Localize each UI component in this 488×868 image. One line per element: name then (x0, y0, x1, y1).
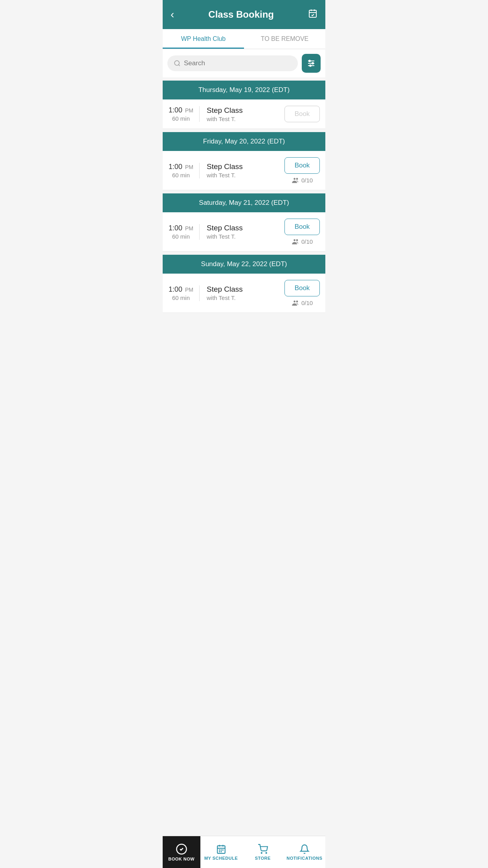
capacity-indicator: 0/10 (292, 177, 313, 184)
book-section: Book 0/10 (284, 219, 320, 245)
tab-wp-health-club[interactable]: WP Health Club (163, 29, 244, 49)
time-block: 1:00 PM 60 min (168, 106, 200, 122)
date-header-friday: Friday, May 20, 2022 (EDT) (163, 132, 325, 151)
people-icon (292, 300, 299, 306)
class-row: 1:00 PM 60 min Step Class with Test T. B… (163, 151, 325, 190)
search-input[interactable] (184, 59, 292, 67)
svg-line-5 (178, 64, 180, 66)
page-title: Class Booking (208, 9, 274, 20)
book-button-thursday[interactable]: Book (284, 106, 320, 122)
back-button[interactable]: ‹ (171, 9, 174, 20)
svg-point-9 (309, 60, 310, 62)
svg-point-15 (296, 239, 298, 241)
date-header-thursday: Thursday, May 19, 2022 (EDT) (163, 81, 325, 99)
class-info: Step Class with Test T. (204, 162, 280, 178)
capacity-indicator: 0/10 (292, 238, 313, 245)
svg-point-12 (294, 178, 295, 180)
class-row: 1:00 PM 60 min Step Class with Test T. B… (163, 212, 325, 252)
svg-point-4 (174, 61, 179, 65)
date-header-saturday: Saturday, May 21, 2022 (EDT) (163, 193, 325, 212)
class-info: Step Class with Test T. (204, 106, 280, 122)
class-info: Step Class with Test T. (204, 224, 280, 240)
book-button-friday[interactable]: Book (284, 157, 320, 174)
search-input-wrapper[interactable] (167, 55, 298, 71)
calendar-check-icon[interactable] (308, 9, 317, 20)
svg-point-10 (312, 63, 314, 64)
people-icon (292, 177, 299, 184)
svg-point-14 (294, 239, 295, 241)
search-bar (163, 49, 325, 77)
svg-point-16 (294, 300, 295, 302)
svg-point-11 (310, 65, 311, 66)
filter-icon (306, 59, 316, 68)
class-info: Step Class with Test T. (204, 285, 280, 301)
time-block: 1:00 PM 60 min (168, 224, 200, 240)
date-header-sunday: Sunday, May 22, 2022 (EDT) (163, 255, 325, 274)
book-button-saturday[interactable]: Book (284, 219, 320, 235)
class-row: 1:00 PM 60 min Step Class with Test T. B… (163, 99, 325, 129)
time-block: 1:00 PM 60 min (168, 163, 200, 178)
capacity-indicator: 0/10 (292, 300, 313, 306)
people-icon (292, 239, 299, 245)
search-icon (174, 60, 181, 67)
schedule-content: Thursday, May 19, 2022 (EDT) 1:00 PM 60 … (163, 81, 325, 348)
book-section: Book 0/10 (284, 280, 320, 306)
book-button-sunday[interactable]: Book (284, 280, 320, 296)
time-block: 1:00 PM 60 min (168, 285, 200, 301)
tabs-container: WP Health Club TO BE REMOVE (163, 29, 325, 49)
class-row: 1:00 PM 60 min Step Class with Test T. B… (163, 274, 325, 313)
svg-rect-0 (309, 10, 316, 17)
svg-point-17 (296, 300, 298, 302)
book-section: Book 0/10 (284, 157, 320, 184)
book-section: Book (284, 106, 320, 122)
tab-to-be-remove[interactable]: TO BE REMOVE (244, 29, 325, 49)
svg-point-13 (296, 178, 298, 180)
header: ‹ Class Booking (163, 0, 325, 29)
filter-button[interactable] (302, 54, 321, 73)
